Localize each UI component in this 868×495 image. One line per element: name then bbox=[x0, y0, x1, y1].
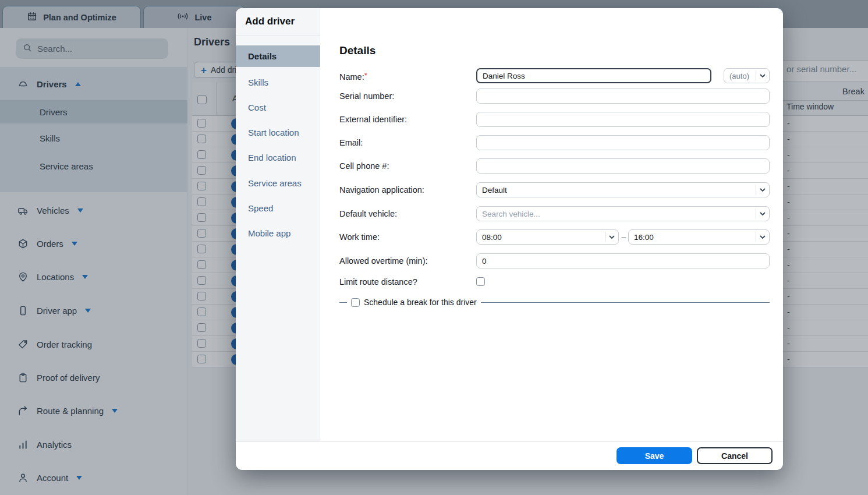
limit-route-distance-checkbox[interactable] bbox=[476, 277, 485, 286]
serial-number-label: Serial number: bbox=[339, 89, 394, 104]
modal-nav-start-location[interactable]: Start location bbox=[236, 123, 320, 143]
name-input[interactable] bbox=[476, 68, 711, 83]
work-time-start-select[interactable]: 08:00 bbox=[476, 229, 619, 245]
work-time-label: Work time: bbox=[339, 229, 380, 245]
default-vehicle-select[interactable]: Search vehicle... bbox=[476, 206, 770, 221]
vehicle-placeholder: Search vehicle... bbox=[477, 210, 756, 218]
default-vehicle-label: Default vehicle: bbox=[339, 206, 397, 221]
navigation-application-label: Navigation application: bbox=[339, 182, 424, 197]
chevron-down-icon bbox=[756, 235, 769, 239]
cancel-button[interactable]: Cancel bbox=[697, 447, 773, 464]
modal-nav-end-location[interactable]: End location bbox=[236, 148, 320, 168]
navigation-application-select[interactable]: Default bbox=[476, 182, 770, 197]
auto-option-label: (auto) bbox=[724, 72, 756, 80]
save-button[interactable]: Save bbox=[617, 447, 692, 464]
chevron-down-icon bbox=[605, 235, 618, 239]
cell-phone-input[interactable] bbox=[476, 158, 770, 174]
selected-value: 08:00 bbox=[477, 233, 605, 242]
modal-nav-service-areas[interactable]: Service areas bbox=[236, 174, 320, 193]
modal-title-divider bbox=[236, 36, 320, 36]
legend-line bbox=[481, 302, 770, 303]
serial-number-input[interactable] bbox=[476, 89, 770, 104]
schedule-break-label: Schedule a break for this driver bbox=[364, 298, 477, 307]
selected-value: Default bbox=[477, 186, 756, 195]
schedule-break-legend: Schedule a break for this driver bbox=[339, 298, 770, 307]
modal-title: Add driver bbox=[245, 16, 295, 27]
chevron-down-icon bbox=[756, 188, 769, 192]
selected-value: 16:00 bbox=[629, 233, 756, 242]
email-label: Email: bbox=[339, 135, 363, 150]
modal-footer-divider bbox=[236, 441, 783, 442]
email-input[interactable] bbox=[476, 135, 770, 150]
external-identifier-label: External identifier: bbox=[339, 112, 407, 127]
modal-nav-details[interactable]: Details bbox=[236, 45, 320, 67]
limit-route-distance-label: Limit route distance? bbox=[339, 274, 417, 289]
cell-phone-label: Cell phone #: bbox=[339, 158, 389, 174]
required-asterisk: * bbox=[364, 71, 367, 80]
chevron-down-icon bbox=[756, 74, 769, 77]
modal-nav-speed[interactable]: Speed bbox=[236, 199, 320, 218]
modal-nav-cost[interactable]: Cost bbox=[236, 98, 320, 118]
name-label: Name:* bbox=[339, 68, 367, 83]
modal-nav-mobile-app[interactable]: Mobile app bbox=[236, 224, 320, 243]
legend-line bbox=[339, 302, 347, 303]
work-time-dash: – bbox=[619, 229, 628, 245]
allowed-overtime-input[interactable] bbox=[476, 253, 770, 268]
app-root: { "tabs": { "plan": "Plan and Optimize",… bbox=[0, 0, 868, 495]
allowed-overtime-label: Allowed overtime (min): bbox=[339, 253, 428, 268]
schedule-break-checkbox[interactable] bbox=[351, 298, 360, 307]
add-driver-modal: Add driver Details Skills Cost Start loc… bbox=[236, 8, 783, 470]
modal-nav-skills[interactable]: Skills bbox=[236, 73, 320, 93]
external-identifier-input[interactable] bbox=[476, 112, 770, 127]
modal-nav-panel: Add driver Details Skills Cost Start loc… bbox=[236, 8, 320, 441]
details-section-heading: Details bbox=[339, 44, 375, 57]
name-auto-select[interactable]: (auto) bbox=[724, 68, 770, 83]
chevron-down-icon bbox=[756, 212, 769, 215]
work-time-end-select[interactable]: 16:00 bbox=[628, 229, 770, 245]
